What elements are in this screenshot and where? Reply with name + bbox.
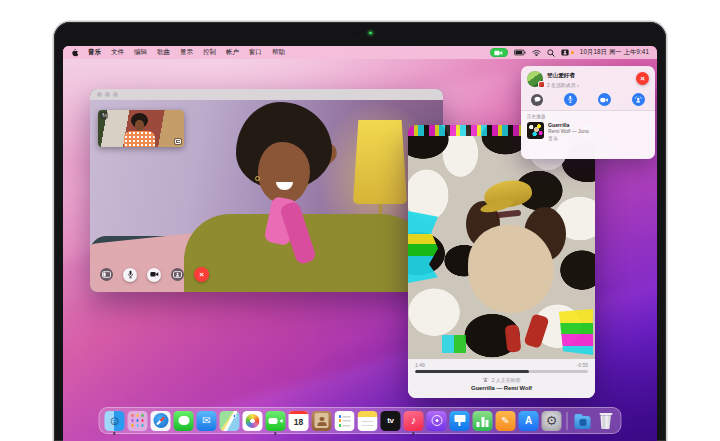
- progress-fill: [415, 370, 529, 373]
- track-title: Guerrilla: [548, 122, 589, 128]
- end-call-button[interactable]: ×: [194, 267, 209, 282]
- track-thumbnail: [527, 122, 544, 139]
- flip-camera-icon[interactable]: ↻: [100, 112, 108, 119]
- camera-active-led: [369, 32, 372, 35]
- shareplay-button[interactable]: [632, 93, 645, 106]
- screen: 音乐 文件 编辑 歌曲 显示 控制 帐户 窗口 帮助: [63, 46, 657, 441]
- facetime-window: ↻: [90, 89, 443, 292]
- dock-finder-icon[interactable]: ☺: [105, 411, 125, 431]
- shareplay-listeners: 2 人正在聆听: [408, 377, 595, 383]
- dock-maps-icon[interactable]: [220, 411, 240, 431]
- user-menu-icon[interactable]: [561, 49, 569, 56]
- woman-earring: [255, 176, 260, 181]
- music-miniplayer-window: 1:49 -0:55 2 人正在聆听 Guerrilla — Remi Wolf: [408, 125, 595, 398]
- active-members-link[interactable]: 2 名活跃成员 ›: [547, 82, 579, 88]
- battery-icon[interactable]: [514, 49, 526, 56]
- remaining-time: -0:55: [577, 362, 588, 368]
- minimize-window-button[interactable]: [105, 92, 110, 97]
- artist-red-boot-right: [523, 313, 549, 349]
- popover-mute-button[interactable]: [564, 93, 577, 106]
- menu-song[interactable]: 歌曲: [157, 48, 170, 57]
- facetime-menubar-popover: 登山爱好者 2 名活跃成员 › ×: [521, 66, 655, 159]
- glitch-patch-bottom-left: [442, 335, 466, 353]
- dock-reminders-icon[interactable]: [335, 411, 355, 431]
- dock-safari-icon[interactable]: [151, 411, 171, 431]
- mic-in-use-indicator: [571, 51, 574, 54]
- menu-controls[interactable]: 控制: [203, 48, 216, 57]
- menu-bar-clock[interactable]: 10月18日 周一 上午9:41: [580, 48, 649, 57]
- leave-call-button[interactable]: ×: [636, 72, 649, 85]
- pip-toggle-icon[interactable]: [174, 138, 182, 145]
- messages-button[interactable]: [531, 94, 543, 106]
- group-name: 登山爱好者: [547, 72, 579, 80]
- dock-separator: [567, 412, 568, 430]
- progress-bar[interactable]: [415, 370, 588, 373]
- facetime-titlebar[interactable]: [90, 89, 443, 100]
- zoom-window-button[interactable]: [113, 92, 118, 97]
- now-playing-section: 正在播放 Guerrilla Remi Wolf — Juno 音乐: [521, 110, 655, 159]
- dock: ☺ ✉ 18 tv ♪ ✎ A ⚙: [99, 407, 622, 434]
- self-view-pip[interactable]: ↻: [98, 110, 184, 147]
- dock-contacts-icon[interactable]: [312, 411, 332, 431]
- dock-keynote-icon[interactable]: [450, 411, 470, 431]
- dock-launchpad-icon[interactable]: [128, 411, 148, 431]
- artist-figure: [468, 225, 554, 313]
- man-face: [135, 120, 144, 131]
- menu-account[interactable]: 帐户: [226, 48, 239, 57]
- popover-call-buttons: [521, 93, 655, 106]
- dock-photos-icon[interactable]: [243, 411, 263, 431]
- woman-face: [258, 142, 310, 204]
- menu-edit[interactable]: 编辑: [134, 48, 147, 57]
- dock-tv-icon[interactable]: tv: [381, 411, 401, 431]
- mute-button[interactable]: [123, 268, 137, 282]
- wifi-icon[interactable]: [532, 49, 541, 57]
- marketing-background: 音乐 文件 编辑 歌曲 显示 控制 帐户 窗口 帮助: [0, 0, 720, 441]
- close-window-button[interactable]: [97, 92, 102, 97]
- dock-system-preferences-icon[interactable]: ⚙: [542, 411, 562, 431]
- webcam: [353, 31, 356, 34]
- menu-window[interactable]: 窗口: [249, 48, 262, 57]
- artist-sunglasses: [496, 210, 521, 219]
- man-floral-shirt: [124, 131, 155, 147]
- dock-podcasts-icon[interactable]: [427, 411, 447, 431]
- dock-mail-icon[interactable]: ✉: [197, 411, 217, 431]
- dock-trash-icon[interactable]: [596, 411, 616, 431]
- lamp: [353, 120, 407, 204]
- group-avatar: [527, 71, 543, 87]
- menu-bar: 音乐 文件 编辑 歌曲 显示 控制 帐户 窗口 帮助: [63, 46, 657, 59]
- macbook-frame: 音乐 文件 编辑 歌曲 显示 控制 帐户 窗口 帮助: [54, 22, 666, 441]
- popover-header: 登山爱好者 2 名活跃成员 ›: [527, 71, 579, 88]
- menu-help[interactable]: 帮助: [272, 48, 285, 57]
- popover-camera-button[interactable]: [598, 93, 611, 106]
- menu-view[interactable]: 显示: [180, 48, 193, 57]
- screen-share-button[interactable]: [171, 268, 184, 281]
- camera-button[interactable]: [147, 268, 161, 282]
- dock-app-store-icon[interactable]: A: [519, 411, 539, 431]
- track-artist-album: Remi Wolf — Juno: [548, 129, 589, 134]
- apple-menu-icon[interactable]: [71, 48, 79, 57]
- artist-red-boot-left: [505, 324, 522, 352]
- dock-music-icon[interactable]: ♪: [404, 411, 424, 431]
- dock-notes-icon[interactable]: [358, 411, 378, 431]
- track-source-app: 音乐: [548, 135, 589, 141]
- dock-pages-icon[interactable]: ✎: [496, 411, 516, 431]
- menu-music[interactable]: 音乐: [88, 48, 101, 57]
- participant-badge: [538, 81, 545, 88]
- spotlight-search-icon[interactable]: [547, 49, 555, 57]
- sidebar-toggle-button[interactable]: [100, 268, 113, 281]
- glitch-patch-bottom-right: [559, 309, 593, 355]
- facetime-status-pill[interactable]: [490, 48, 508, 57]
- now-playing-label: 正在播放: [527, 114, 649, 119]
- elapsed-time: 1:49: [415, 362, 425, 368]
- glitch-patch-left: [408, 211, 438, 283]
- dock-downloads-folder-icon[interactable]: [573, 411, 593, 431]
- dock-messages-icon[interactable]: [174, 411, 194, 431]
- album-art-juno: [408, 125, 595, 359]
- dock-numbers-icon[interactable]: [473, 411, 493, 431]
- dock-facetime-icon[interactable]: [266, 411, 286, 431]
- player-footer: 1:49 -0:55 2 人正在聆听 Guerrilla — Remi Wolf: [408, 359, 595, 398]
- menu-file[interactable]: 文件: [111, 48, 124, 57]
- dock-calendar-icon[interactable]: 18: [289, 411, 309, 431]
- now-playing-title: Guerrilla — Remi Wolf: [408, 385, 595, 391]
- call-controls: ×: [100, 267, 209, 282]
